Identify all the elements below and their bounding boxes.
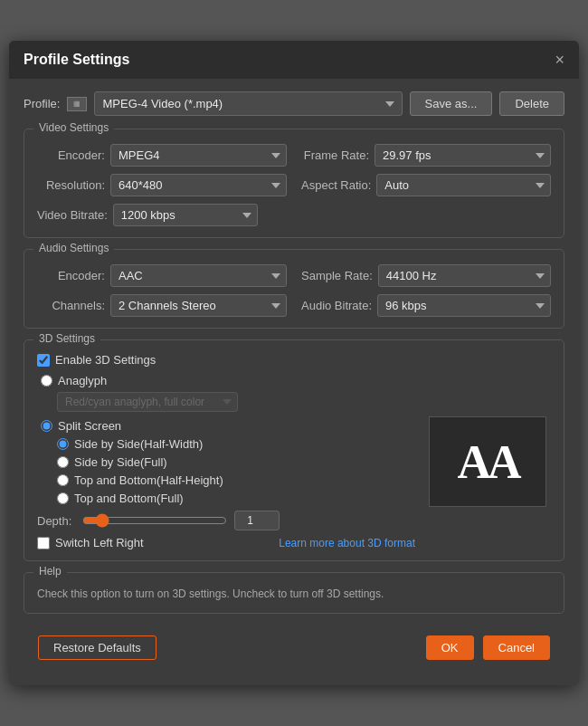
- delete-button[interactable]: Delete: [499, 91, 564, 116]
- aspect-ratio-select[interactable]: Auto: [376, 174, 551, 196]
- frame-rate-label: Frame Rate:: [301, 148, 369, 162]
- sample-rate-select[interactable]: 44100 Hz: [378, 264, 551, 287]
- enable-3d-row: Enable 3D Settings: [37, 353, 551, 367]
- profile-select[interactable]: MPEG-4 Video (*.mp4): [94, 91, 402, 116]
- enable-3d-label[interactable]: Enable 3D Settings: [55, 353, 156, 367]
- 3d-settings-section: 3D Settings Enable 3D Settings Anaglyph: [24, 339, 564, 561]
- switch-lr-row: Switch Left Right Learn more about 3D fo…: [37, 536, 415, 549]
- channels-row: Channels: 2 Channels Stereo: [37, 294, 287, 317]
- sub-option-3-row: Top and Bottom(Full): [37, 492, 415, 505]
- close-button[interactable]: ×: [555, 52, 564, 68]
- dialog-title: Profile Settings: [24, 52, 129, 68]
- audio-encoder-select[interactable]: AAC: [110, 264, 287, 287]
- audio-settings-section: Audio Settings Encoder: AAC Sample Rate:…: [24, 249, 564, 329]
- dialog-body: Profile: ▦ MPEG-4 Video (*.mp4) Save as.…: [9, 79, 579, 685]
- channels-label: Channels:: [37, 299, 105, 312]
- resolution-label: Resolution:: [37, 178, 105, 192]
- audio-bitrate-label: Audio Bitrate:: [301, 299, 372, 312]
- profile-row: Profile: ▦ MPEG-4 Video (*.mp4) Save as.…: [24, 91, 564, 116]
- split-screen-row: Split Screen: [37, 419, 415, 433]
- switch-lr-checkbox-row: Switch Left Right: [37, 536, 144, 549]
- sub-option-0-row: Side by Side(Half-Width): [37, 437, 415, 451]
- aspect-ratio-row: Aspect Ratio: Auto: [301, 174, 551, 196]
- sub-option-0-label[interactable]: Side by Side(Half-Width): [74, 437, 203, 451]
- title-bar: Profile Settings ×: [9, 41, 579, 79]
- ok-button[interactable]: OK: [426, 635, 474, 660]
- help-section: Help Check this option to turn on 3D set…: [24, 572, 564, 614]
- sub-option-1-row: Side by Side(Full): [37, 455, 415, 469]
- encoder-label: Encoder:: [37, 148, 105, 162]
- frame-rate-select[interactable]: 29.97 fps: [375, 144, 551, 167]
- 3d-left: Anaglyph Red/cyan anaglyph, full color S…: [37, 374, 415, 549]
- sub-option-1-label[interactable]: Side by Side(Full): [74, 455, 167, 469]
- resolution-select[interactable]: 640*480: [110, 174, 287, 196]
- footer-right: OK Cancel: [426, 635, 550, 660]
- restore-defaults-button[interactable]: Restore Defaults: [38, 635, 156, 660]
- anaglyph-label[interactable]: Anaglyph: [58, 374, 107, 387]
- top-bottom-half-radio[interactable]: [57, 474, 69, 486]
- audio-settings-title: Audio Settings: [33, 242, 114, 254]
- video-bitrate-label: Video Bitrate:: [37, 208, 108, 222]
- anaglyph-type-select[interactable]: Red/cyan anaglyph, full color: [57, 392, 238, 412]
- depth-spinbox[interactable]: [234, 511, 280, 530]
- split-screen-label[interactable]: Split Screen: [58, 419, 121, 433]
- depth-slider[interactable]: [82, 513, 227, 528]
- sub-option-2-row: Top and Bottom(Half-Height): [37, 473, 415, 487]
- cancel-button[interactable]: Cancel: [483, 635, 550, 660]
- audio-bitrate-row: Audio Bitrate: 96 kbps: [301, 294, 551, 317]
- profile-label: Profile:: [24, 97, 60, 110]
- help-title: Help: [33, 565, 67, 578]
- channels-select[interactable]: 2 Channels Stereo: [110, 294, 287, 317]
- learn-more-link[interactable]: Learn more about 3D format: [279, 537, 415, 549]
- video-settings-title: Video Settings: [33, 121, 114, 134]
- resolution-row: Resolution: 640*480: [37, 174, 287, 196]
- audio-encoder-label: Encoder:: [37, 269, 105, 282]
- audio-settings-grid: Encoder: AAC Sample Rate: 44100 Hz Chann…: [37, 264, 551, 317]
- depth-row: Depth:: [37, 511, 415, 530]
- audio-encoder-row: Encoder: AAC: [37, 264, 287, 287]
- video-settings-grid: Encoder: MPEG4 Frame Rate: 29.97 fps Res…: [37, 144, 551, 196]
- 3d-right: AA: [424, 374, 551, 549]
- depth-label: Depth:: [37, 514, 75, 528]
- anaglyph-radio[interactable]: [41, 375, 52, 387]
- footer: Restore Defaults OK Cancel: [24, 626, 564, 673]
- sub-option-2-label[interactable]: Top and Bottom(Half-Height): [74, 473, 223, 487]
- split-screen-radio[interactable]: [41, 420, 52, 432]
- profile-icon: ▦: [67, 97, 87, 111]
- side-by-side-half-radio[interactable]: [57, 438, 69, 450]
- help-text: Check this option to turn on 3D settings…: [37, 586, 551, 602]
- switch-lr-label[interactable]: Switch Left Right: [55, 536, 144, 549]
- 3d-content: Anaglyph Red/cyan anaglyph, full color S…: [37, 374, 551, 549]
- enable-3d-checkbox[interactable]: [37, 354, 50, 367]
- save-as-button[interactable]: Save as...: [410, 91, 493, 116]
- sample-rate-label: Sample Rate:: [301, 269, 373, 282]
- encoder-row: Encoder: MPEG4: [37, 144, 287, 167]
- aa-preview: AA: [429, 416, 546, 507]
- sub-option-3-label[interactable]: Top and Bottom(Full): [74, 492, 184, 505]
- encoder-select[interactable]: MPEG4: [110, 144, 287, 167]
- split-sub-options: Side by Side(Half-Width) Side by Side(Fu…: [37, 437, 415, 505]
- anaglyph-select-row: Red/cyan anaglyph, full color: [37, 392, 415, 412]
- anaglyph-row: Anaglyph: [37, 374, 415, 387]
- video-bitrate-select[interactable]: 1200 kbps: [113, 204, 258, 226]
- switch-lr-checkbox[interactable]: [37, 537, 50, 549]
- video-bitrate-row: Video Bitrate: 1200 kbps: [37, 204, 551, 226]
- 3d-settings-title: 3D Settings: [33, 332, 100, 345]
- sample-rate-row: Sample Rate: 44100 Hz: [301, 264, 551, 287]
- top-bottom-full-radio[interactable]: [57, 492, 69, 504]
- audio-bitrate-select[interactable]: 96 kbps: [377, 294, 551, 317]
- aspect-ratio-label: Aspect Ratio:: [301, 178, 371, 192]
- video-settings-section: Video Settings Encoder: MPEG4 Frame Rate…: [24, 129, 564, 238]
- profile-settings-dialog: Profile Settings × Profile: ▦ MPEG-4 Vid…: [9, 41, 579, 685]
- side-by-side-full-radio[interactable]: [57, 456, 69, 468]
- frame-rate-row: Frame Rate: 29.97 fps: [301, 144, 551, 167]
